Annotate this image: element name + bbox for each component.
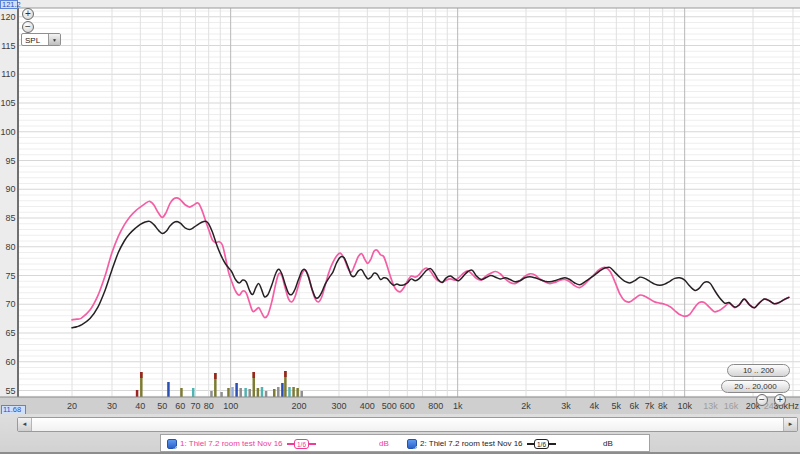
room-mode-bar	[265, 391, 268, 397]
x-tick-label: 1k	[453, 401, 463, 411]
x-tick-label: 40	[135, 401, 145, 411]
freq-range-20-20000-button[interactable]: 20 .. 20,000	[721, 380, 790, 393]
y-tick-label: 75	[5, 271, 15, 281]
y-tick-label: 55	[5, 386, 15, 396]
minus-icon: −	[759, 394, 765, 405]
horizontal-scrollbar[interactable]: ◄ ►	[17, 417, 798, 432]
room-mode-bar	[300, 391, 303, 397]
y-tick-label: 120	[0, 12, 15, 22]
x-tick-label: 7k	[645, 401, 655, 411]
room-mode-bar	[261, 387, 264, 397]
graph-type-dropdown[interactable]: SPL ▼	[21, 33, 61, 46]
chevron-down-icon: ▼	[48, 34, 60, 45]
plus-icon: +	[777, 394, 783, 405]
room-mode-bar	[248, 389, 251, 397]
room-mode-bar	[235, 383, 238, 397]
minus-icon: −	[25, 21, 31, 32]
trace-line-segment	[287, 443, 294, 445]
trace-2-checkbox[interactable]: ✓	[407, 439, 417, 449]
y-tick-label: 60	[5, 357, 15, 367]
smoothing-filter-icon: 1/6	[294, 439, 309, 449]
trace-legend-bar: ✓ 1: Thiel 7.2 room test Nov 16 1/6 dB ✓…	[160, 434, 650, 452]
scroll-left-icon[interactable]: ◄	[18, 418, 32, 431]
spl-frequency-chart: 203040506070801002003004005006008001k2k3…	[0, 0, 800, 414]
chart-svg: 203040506070801002003004005006008001k2k3…	[0, 0, 800, 414]
room-mode-bar	[220, 392, 223, 397]
x-tick-label: 400	[360, 401, 375, 411]
graph-type-value: SPL	[22, 34, 48, 45]
x-tick-label: 100	[223, 401, 238, 411]
trace-line-segment	[549, 443, 556, 445]
room-mode-bar	[192, 388, 195, 397]
room-mode-bar	[296, 388, 299, 397]
x-zoom-out-button[interactable]: −	[756, 394, 768, 406]
y-zoom-in-button[interactable]: +	[22, 8, 34, 20]
y-tick-label: 90	[5, 184, 15, 194]
y-tick-label: 85	[5, 213, 15, 223]
room-mode-bar	[273, 389, 276, 397]
room-mode-bar	[288, 387, 291, 397]
smoothing-filter-icon: 1/6	[534, 439, 549, 449]
plus-icon: +	[25, 8, 31, 19]
trace-line-segment	[309, 443, 316, 445]
y-tick-label: 95	[5, 156, 15, 166]
y-tick-label: 115	[1, 41, 15, 51]
room-mode-bar	[281, 383, 284, 397]
y-tick-label: 65	[5, 328, 15, 338]
room-mode-bar	[180, 388, 183, 397]
room-mode-bar	[227, 388, 230, 397]
x-tick-label: 50	[157, 401, 167, 411]
check-icon: ✓	[412, 444, 419, 453]
x-tick-label: 500	[382, 401, 397, 411]
room-mode-bar	[257, 388, 260, 397]
x-tick-label: 6k	[630, 401, 640, 411]
freq-range-10-200-button[interactable]: 10 .. 200	[727, 364, 790, 377]
trace-line-segment	[527, 443, 534, 445]
trace-2-unit: dB	[603, 439, 613, 448]
x-tick-label: 16k	[724, 401, 739, 411]
trace-1-smoothing-filter[interactable]: 1/6	[287, 438, 316, 450]
y-zoom-out-button[interactable]: −	[22, 21, 34, 33]
x-tick-label: 13k	[703, 401, 718, 411]
x-tick-label: 600	[400, 401, 415, 411]
x-tick-label: 8k	[658, 401, 668, 411]
trace-1-checkbox[interactable]: ✓	[167, 439, 177, 449]
x-tick-label: 800	[428, 401, 443, 411]
x-tick-label: 2k	[521, 401, 531, 411]
y-tick-label: 80	[5, 242, 15, 252]
x-tick-label: 4k	[590, 401, 600, 411]
x-tick-label: 70	[190, 401, 200, 411]
x-tick-label: 3k	[561, 401, 571, 411]
trace-2-smoothing-filter[interactable]: 1/6	[527, 438, 556, 450]
y-tick-label: 110	[1, 69, 15, 79]
x-zoom-in-button[interactable]: +	[774, 394, 786, 406]
x-tick-label: 30	[107, 401, 117, 411]
trace-1-unit: dB	[379, 439, 389, 448]
y-tick-label: 100	[0, 127, 15, 137]
x-tick-label: 200	[291, 401, 306, 411]
room-mode-bar	[210, 391, 213, 397]
room-mode-bar	[167, 382, 170, 397]
y-axis-max-field[interactable]: 121.2	[0, 0, 18, 9]
x-tick-label: 60	[175, 401, 185, 411]
room-mode-bar	[277, 387, 280, 397]
room-mode-bar	[244, 388, 247, 397]
x-tick-label: 5k	[612, 401, 622, 411]
x-tick-label: 10k	[677, 401, 692, 411]
room-mode-bar	[136, 390, 139, 397]
measurement-app-window: 203040506070801002003004005006008001k2k3…	[0, 0, 800, 454]
y-tick-label: 70	[5, 299, 15, 309]
room-mode-bar	[292, 387, 295, 397]
scroll-right-icon[interactable]: ►	[783, 418, 797, 431]
room-mode-bar	[239, 388, 242, 397]
x-tick-label: 80	[204, 401, 214, 411]
trace-1-label[interactable]: 1: Thiel 7.2 room test Nov 16	[180, 439, 283, 448]
scrollbar-thumb[interactable]	[32, 418, 783, 431]
trace-2-label[interactable]: 2: Thiel 7.2 room test Nov 16	[420, 439, 523, 448]
room-mode-bar	[231, 387, 234, 397]
check-icon: ✓	[172, 444, 179, 453]
y-tick-label: 105	[0, 98, 15, 108]
x-tick-label: 20	[67, 401, 77, 411]
x-tick-label: 300	[331, 401, 346, 411]
